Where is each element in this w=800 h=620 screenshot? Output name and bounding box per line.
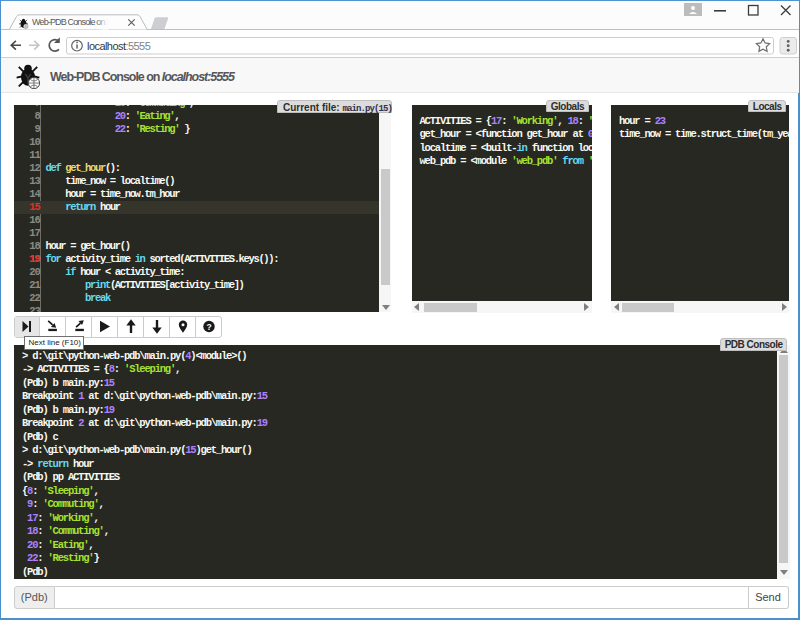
svg-text:?: ? xyxy=(206,322,211,332)
